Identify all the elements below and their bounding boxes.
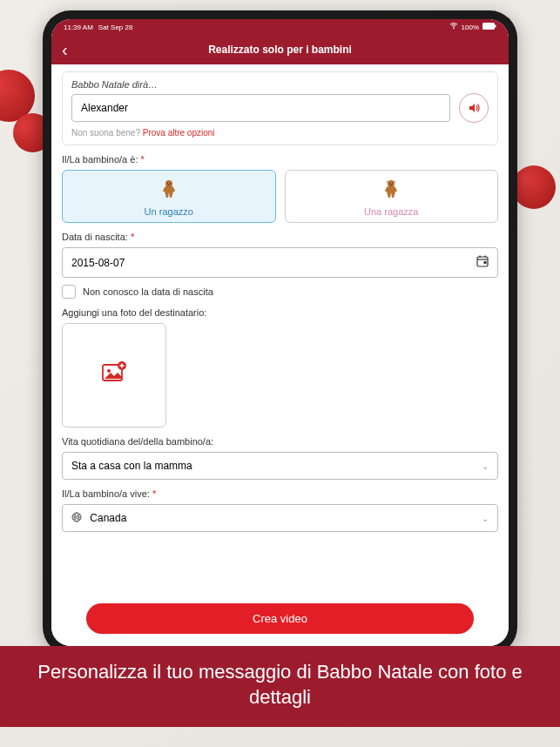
chevron-down-icon: ⌄ [482, 514, 489, 523]
tablet-frame: 11:39 AM Sat Sep 28 100% ‹ Realizzato so… [43, 10, 517, 655]
lives-select[interactable]: Canada ⌄ [62, 504, 498, 532]
wifi-icon [449, 23, 458, 31]
daily-life-value: Sta a casa con la mamma [71, 460, 192, 472]
try-other-options-link[interactable]: Prova altre opzioni [143, 128, 215, 138]
pronunciation-hint: Non suona bene? Prova altre opzioni [71, 128, 489, 138]
svg-point-4 [167, 183, 168, 184]
svg-point-9 [387, 181, 388, 183]
form-content: Babbo Natale dirà… Non suona bene? Prova… [51, 64, 509, 595]
svg-point-8 [392, 183, 393, 184]
name-input[interactable] [71, 94, 450, 122]
battery-icon [482, 23, 496, 31]
footer-bar: Crea video [51, 595, 509, 646]
gender-girl-label: Una ragazza [364, 206, 418, 217]
svg-point-3 [165, 180, 172, 187]
svg-point-6 [388, 180, 395, 187]
status-date: Sat Sep 28 [98, 24, 133, 31]
promo-caption: Personalizza il tuo messaggio di Babbo N… [0, 646, 560, 727]
gingerbread-boy-icon [63, 179, 275, 203]
unknown-birth-label: Non conosco la data di nascita [83, 286, 213, 297]
status-time: 11:39 AM [64, 24, 93, 31]
gender-option-boy[interactable]: Un ragazzo [62, 170, 276, 223]
svg-rect-1 [482, 23, 495, 30]
birth-date-value: 2015-08-07 [71, 257, 125, 269]
birth-date-input[interactable]: 2015-08-07 [62, 247, 498, 278]
santa-says-card: Babbo Natale dirà… Non suona bene? Prova… [62, 71, 498, 145]
play-audio-button[interactable] [459, 93, 489, 123]
gender-label: Il/La bambino/a è: * [62, 154, 498, 165]
chevron-down-icon: ⌄ [482, 461, 489, 471]
lives-value: Canada [71, 512, 126, 524]
add-photo-box[interactable] [62, 323, 166, 427]
svg-point-10 [394, 181, 395, 183]
globe-icon [71, 512, 84, 524]
battery-text: 100% [462, 24, 479, 31]
daily-life-select[interactable]: Sta a casa con la mamma ⌄ [62, 452, 498, 480]
header-bar: ‹ Realizzato solo per i bambini [51, 35, 509, 64]
gender-boy-label: Un ragazzo [145, 206, 193, 217]
gingerbread-girl-icon [286, 179, 498, 203]
page-title: Realizzato solo per i bambini [51, 44, 509, 56]
photo-label: Aggiungi una foto del destinatario: [62, 307, 498, 318]
status-bar: 11:39 AM Sat Sep 28 100% [51, 19, 509, 35]
calendar-icon [476, 255, 489, 270]
svg-rect-2 [495, 25, 496, 28]
svg-point-17 [107, 369, 111, 373]
lives-label: Il/La bambino/a vive: * [62, 488, 498, 499]
daily-life-label: Vita quotidiana del/della bambino/a: [62, 436, 498, 447]
svg-point-0 [453, 28, 455, 30]
gender-option-girl[interactable]: Una ragazza [285, 170, 499, 223]
birth-label: Data di nascita: * [62, 232, 498, 242]
add-image-icon [101, 361, 127, 390]
create-video-button[interactable]: Crea video [86, 603, 474, 634]
santa-says-label: Babbo Natale dirà… [71, 79, 489, 90]
unknown-birth-checkbox[interactable] [62, 285, 76, 299]
svg-point-5 [170, 183, 171, 184]
back-button[interactable]: ‹ [62, 40, 68, 60]
svg-rect-15 [484, 261, 487, 264]
svg-point-7 [389, 183, 390, 184]
